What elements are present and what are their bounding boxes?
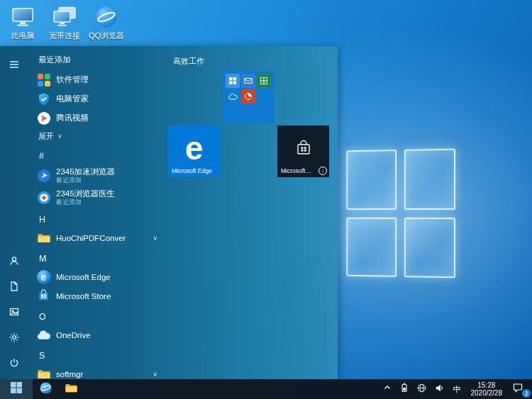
ime-indicator[interactable]: 中 xyxy=(448,379,466,399)
app-label: Microsoft Edge xyxy=(56,273,111,281)
desktop-screen: 此电脑 宽带连接 xyxy=(0,0,532,399)
store-bag-icon xyxy=(36,288,51,303)
shield-icon xyxy=(36,91,51,106)
taskbar: 中 15:28 2020/2/28 2 xyxy=(0,379,532,399)
desktop-icon-area: 此电脑 宽带连接 xyxy=(3,4,126,43)
folder-icon xyxy=(36,366,51,379)
tile-folder-group[interactable] xyxy=(223,71,275,123)
app-item-tencent-video[interactable]: 腾讯视频 xyxy=(28,108,166,128)
qq-browser-icon xyxy=(94,5,119,29)
tray-expand-button[interactable] xyxy=(379,379,396,399)
app-item-microsoft-edge[interactable]: e Microsoft Edge xyxy=(28,267,166,286)
system-tray: 中 15:28 2020/2/28 2 xyxy=(379,379,532,399)
file-explorer-button[interactable] xyxy=(58,379,84,399)
this-pc-icon xyxy=(10,5,35,29)
battery-tray-button[interactable] xyxy=(396,379,413,399)
section-letter-s[interactable]: S xyxy=(28,347,166,364)
speaker-icon xyxy=(434,383,445,396)
app-label: softmgr xyxy=(56,370,83,378)
software-manager-icon xyxy=(36,72,51,87)
window-app-icon xyxy=(226,74,240,88)
cloud-app-icon xyxy=(226,89,240,103)
taskbar-clock[interactable]: 15:28 2020/2/28 xyxy=(466,379,508,399)
volume-tray-button[interactable] xyxy=(431,379,448,399)
action-center-button[interactable]: 2 xyxy=(507,379,532,399)
start-menu-rail xyxy=(0,46,28,379)
spreadsheet-app-icon xyxy=(257,74,271,88)
gear-icon xyxy=(9,332,20,346)
picture-icon xyxy=(9,306,20,320)
user-icon xyxy=(9,255,20,269)
tile-label: Microsoft Edge xyxy=(172,167,212,174)
power-icon xyxy=(9,357,20,371)
broadband-connection-icon xyxy=(52,5,77,29)
windows-flag-icon xyxy=(11,382,22,396)
tile-area: 高效工作 xyxy=(166,46,338,379)
2345-browser-icon xyxy=(36,168,51,183)
tile-group-title[interactable]: 高效工作 xyxy=(173,56,338,67)
app-sublabel: 最近添加 xyxy=(56,198,115,206)
store-status-badge: ↓ xyxy=(318,167,327,175)
app-label: 2345加速浏览器 xyxy=(56,167,115,176)
expand-button[interactable]: 展开 ∨ xyxy=(28,128,166,145)
windows-logo-wallpaper xyxy=(346,149,455,279)
pictures-button[interactable] xyxy=(0,300,28,326)
chevron-down-icon: ∨ xyxy=(153,235,157,242)
edge-icon: e xyxy=(36,269,51,284)
browser-doctor-icon xyxy=(36,190,51,205)
desktop-icon-broadband[interactable]: 宽带连接 xyxy=(45,4,84,43)
section-letter-m[interactable]: M xyxy=(28,250,166,267)
folder-icon xyxy=(36,230,51,245)
menu-hamburger-button[interactable] xyxy=(0,53,28,79)
play-icon xyxy=(36,111,51,125)
app-item-2345-speed-browser[interactable]: 2345加速浏览器 最近添加 xyxy=(28,164,166,186)
documents-button[interactable] xyxy=(0,275,28,300)
chevron-down-icon: ∨ xyxy=(153,371,157,378)
section-letter-hash[interactable]: # xyxy=(28,147,166,164)
network-tray-button[interactable] xyxy=(413,379,431,399)
store-bag-icon xyxy=(294,139,313,157)
start-app-list: 最近添加 软件管理 电脑管家 xyxy=(28,46,166,379)
rail-settings-button[interactable] xyxy=(0,326,28,352)
section-letter-h[interactable]: H xyxy=(28,211,166,228)
app-item-pc-manager[interactable]: 电脑管家 xyxy=(28,89,166,108)
app-label: Microsoft Store xyxy=(56,292,111,300)
app-sublabel: 最近添加 xyxy=(56,176,115,184)
hamburger-icon xyxy=(9,59,20,73)
clock-time: 15:28 xyxy=(477,381,495,389)
logo-pane xyxy=(346,217,396,276)
notification-badge: 2 xyxy=(522,389,531,398)
section-letter-o[interactable]: O xyxy=(28,308,166,325)
app-item-huochipdfconver[interactable]: HuoChiPDFConver ∨ xyxy=(28,228,166,247)
app-label: 腾讯视频 xyxy=(56,113,89,123)
tile-microsoft-edge[interactable]: e Microsoft Edge xyxy=(168,125,220,177)
start-menu: 最近添加 软件管理 电脑管家 xyxy=(0,46,338,379)
desktop-icon-this-pc[interactable]: 此电脑 xyxy=(3,4,43,43)
tile-grid: e Microsoft Edge Microsoft Store ↓ xyxy=(168,71,331,184)
qq-browser-taskbar-button[interactable] xyxy=(33,379,58,399)
presentation-app-icon xyxy=(241,89,255,103)
user-account-button[interactable] xyxy=(0,249,28,275)
app-label: 2345浏览器医生 xyxy=(56,189,115,198)
recent-added-header: 最近添加 xyxy=(38,55,166,65)
power-button[interactable] xyxy=(0,352,28,377)
app-label: 软件管理 xyxy=(56,74,89,85)
logo-pane xyxy=(404,149,455,210)
app-item-2345-browser-doctor[interactable]: 2345浏览器医生 最近添加 xyxy=(28,186,166,208)
folder-icon xyxy=(65,381,78,398)
app-label: HuoChiPDFConver xyxy=(56,234,126,242)
edge-e-glyph: e xyxy=(41,272,47,282)
tile-label: Microsoft Store xyxy=(281,167,312,174)
edge-logo-icon: e xyxy=(185,132,204,164)
app-item-softmgr[interactable]: softmgr ∨ xyxy=(28,364,166,379)
app-item-software-manager[interactable]: 软件管理 xyxy=(28,70,166,89)
tile-microsoft-store[interactable]: Microsoft Store ↓ xyxy=(277,125,329,177)
app-label: 电脑管家 xyxy=(56,94,89,104)
app-item-onedrive[interactable]: OneDrive xyxy=(28,325,166,344)
clock-date: 2020/2/28 xyxy=(471,389,503,397)
desktop-icon-label: 此电脑 xyxy=(11,30,35,41)
app-item-microsoft-store[interactable]: Microsoft Store xyxy=(28,286,166,305)
desktop-icon-qq-browser[interactable]: QQ浏览器 xyxy=(87,4,126,43)
start-button[interactable] xyxy=(0,379,33,399)
chevron-down-icon: ∨ xyxy=(57,133,62,140)
